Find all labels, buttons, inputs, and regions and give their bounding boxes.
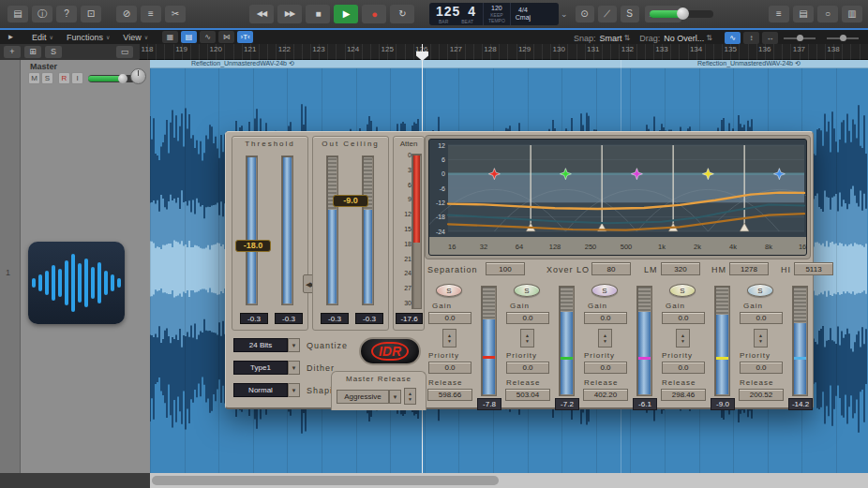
solo-button[interactable]: S — [621, 6, 639, 22]
band-1-release-value[interactable]: 598.66 — [427, 389, 472, 401]
band-4-release-value[interactable]: 298.46 — [661, 389, 706, 401]
record-enable-button[interactable]: R — [58, 72, 70, 84]
cycle-button[interactable]: ↻ — [390, 5, 414, 23]
band-2-priority-value[interactable]: 0.0 — [506, 362, 549, 374]
input-monitor-button[interactable]: I — [71, 72, 83, 84]
view-menu[interactable]: View ∨ — [123, 33, 148, 42]
tuner-button[interactable]: ⟋ — [598, 6, 617, 22]
pointer-tool-icon[interactable]: ► — [3, 31, 19, 43]
snap-stepper-icon[interactable]: ⇅ — [624, 34, 631, 42]
band-2-gain-value[interactable]: 0.0 — [506, 312, 549, 324]
scissors-icon[interactable]: ✂ — [165, 6, 186, 22]
flex-icon[interactable]: ⋈ — [218, 31, 234, 43]
apple-loops-icon[interactable]: ○ — [817, 6, 838, 22]
inspector-icon[interactable]: ⓘ — [32, 6, 52, 22]
pan-knob[interactable] — [130, 68, 146, 84]
bar-ruler[interactable]: + ⊞ S ▭ 11811912012112212312412512612712… — [0, 44, 868, 60]
band-5-gain-value[interactable]: 0.0 — [740, 312, 783, 324]
piano-roll-icon[interactable]: ▤ — [181, 31, 197, 43]
master-volume-slider[interactable] — [650, 10, 713, 18]
list-editors-icon[interactable]: ≡ — [769, 6, 789, 22]
band-4-solo-button[interactable]: S — [669, 284, 696, 297]
horizontal-scrollbar[interactable] — [150, 473, 868, 488]
region-name: Reflection_UnmasteredWAV-24b ⟲ — [191, 60, 294, 67]
toolbar-icon[interactable]: ⊡ — [81, 6, 101, 22]
play-button[interactable]: ▶ — [334, 5, 358, 23]
band-1-solo-button[interactable]: S — [436, 284, 462, 297]
track-header-panel: 1 Master M S R I — [0, 60, 150, 473]
ruler-bar-number: 127 — [450, 45, 462, 53]
library-icon[interactable]: ▤ — [7, 6, 28, 22]
ruler-numbers[interactable]: 1181191201211221231241251261271281291301… — [139, 44, 868, 60]
lcd-signature[interactable]: 4/4 Cmaj — [511, 3, 535, 25]
band-3-gain-value[interactable]: 0.0 — [584, 312, 627, 324]
ruler-bar-number: 129 — [518, 45, 531, 53]
snap-value[interactable]: Smart — [600, 34, 622, 43]
band-3-release-value[interactable]: 402.20 — [583, 389, 628, 401]
band-1-gain-stepper[interactable]: ▲▼ — [442, 329, 456, 348]
waveform-zoom-icon[interactable]: ∿ — [725, 32, 741, 44]
note-pads-icon[interactable]: ▤ — [793, 6, 814, 22]
mute-button[interactable]: M — [28, 72, 40, 84]
lcd-chevron-icon[interactable]: ⌄ — [561, 9, 568, 19]
track-solo-button[interactable]: S — [45, 46, 62, 58]
band-1-gain-value[interactable]: 0.0 — [428, 312, 471, 324]
band-2-gain-stepper[interactable]: ▲▼ — [520, 329, 534, 348]
audio-waveform-track-icon[interactable] — [28, 242, 125, 324]
stop-button[interactable]: ■ — [306, 5, 330, 23]
track-name[interactable]: Master — [30, 62, 57, 71]
waveform-bar — [65, 260, 68, 305]
threshold-value-flag[interactable]: -18.0 — [235, 240, 271, 252]
volume-knob[interactable] — [677, 7, 689, 20]
band-5-gain-stepper[interactable]: ▲▼ — [754, 329, 768, 348]
band-4-gain-stepper[interactable]: ▲▼ — [676, 329, 690, 348]
display-mode-button[interactable]: ▭ — [116, 46, 133, 58]
horizontal-zoom-slider[interactable] — [827, 37, 859, 39]
edit-menu[interactable]: Edit ∨ — [32, 33, 53, 42]
solo-button[interactable]: S — [41, 72, 53, 84]
editor-icon-buttons: ▦▤∿⋈›T‹ — [159, 31, 253, 43]
lcd-tempo[interactable]: 120 KEEP TEMPO — [484, 3, 511, 25]
master-track-header[interactable]: Master M S R I — [21, 60, 150, 96]
drag-stepper-icon[interactable]: ⇅ — [706, 34, 712, 42]
add-track-button[interactable]: ⊞ — [24, 46, 41, 58]
browsers-icon[interactable]: ▥ — [842, 6, 862, 22]
band-3-gain-stepper[interactable]: ▲▼ — [598, 329, 612, 348]
count-in-button[interactable]: ⊙ — [576, 6, 594, 22]
vertical-zoom-icon[interactable]: ↕ — [743, 32, 759, 44]
rewind-button[interactable]: ◀◀ — [249, 5, 274, 23]
track-volume-knob[interactable] — [118, 74, 127, 83]
lcd-display[interactable]: 125 4 BAR BEAT 120 KEEP TEMPO 4/4 Cmaj — [429, 3, 559, 25]
drag-value[interactable]: No Overl... — [664, 34, 704, 43]
track-number-strip: 1 — [0, 60, 21, 473]
record-button[interactable]: ● — [362, 5, 386, 23]
time-signature: 4/4 — [518, 7, 528, 14]
band-5-release-value[interactable]: 200.52 — [739, 389, 784, 401]
band-3-solo-button[interactable]: S — [591, 284, 618, 297]
waves-l3-plugin-window: Threshold -18.0 -0.3 -0.3 ◀▶ Out Ceiling… — [225, 131, 814, 409]
band-1-priority-value[interactable]: 0.0 — [428, 362, 471, 374]
band-3-priority-value[interactable]: 0.0 — [584, 362, 627, 374]
out-ceiling-value-flag[interactable]: -9.0 — [333, 195, 368, 207]
band-2-solo-button[interactable]: S — [514, 284, 540, 297]
vertical-zoom-slider[interactable] — [784, 37, 816, 39]
ruler-bar-number: 128 — [484, 45, 496, 53]
band-2-release-value[interactable]: 503.04 — [505, 389, 550, 401]
forward-button[interactable]: ▶▶ — [277, 5, 302, 23]
band-5-solo-button[interactable]: S — [747, 284, 773, 297]
band-4-priority-value[interactable]: 0.0 — [662, 362, 705, 374]
band-5-priority-value[interactable]: 0.0 — [740, 362, 783, 374]
grid-icon[interactable]: ▦ — [162, 31, 178, 43]
functions-menu[interactable]: Functions ∨ — [67, 33, 110, 42]
automation-icon[interactable]: ∿ — [200, 31, 216, 43]
scrollbar-thumb[interactable] — [152, 476, 499, 485]
mixer-icon[interactable]: ≡ — [141, 6, 161, 22]
catch-playhead-icon[interactable]: ›T‹ — [237, 31, 253, 43]
add-region-button[interactable]: + — [4, 46, 21, 58]
lcd-position[interactable]: 125 4 BAR BEAT — [429, 3, 484, 25]
quick-help-icon[interactable]: ? — [56, 6, 77, 22]
band-4-gain-value[interactable]: 0.0 — [662, 312, 705, 324]
horizontal-zoom-icon[interactable]: ↔ — [762, 32, 778, 44]
region-title-bar[interactable]: Reflection_UnmasteredWAV-24b ⟲ Reflectio… — [150, 60, 868, 68]
no-overlap-icon[interactable]: ⊘ — [116, 6, 137, 22]
